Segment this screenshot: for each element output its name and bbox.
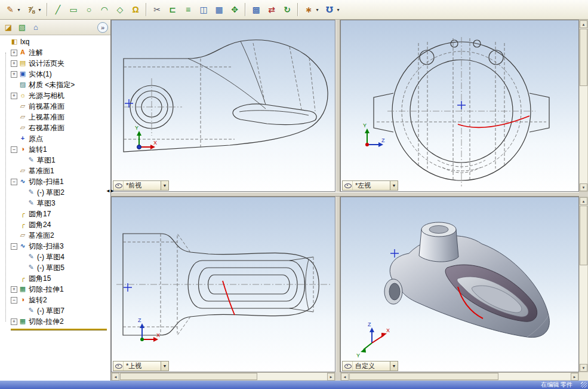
view-orientation-custom[interactable]: 自定义 ▼ — [342, 361, 398, 371]
viewport-front[interactable]: Y X *前视 ▼ — [111, 20, 335, 192]
chevron-down-icon[interactable]: ▼ — [161, 362, 168, 370]
viewport-custom[interactable]: X Z Y 自定义 ▼ — [340, 197, 579, 372]
grid-button[interactable]: ▩ — [248, 2, 264, 17]
tree-item-2[interactable]: +▤设计活页夹 — [0, 58, 110, 69]
sketch-button[interactable]: ✎▾ — [2, 2, 23, 17]
tree-item-15[interactable]: ✎草图3 — [0, 198, 110, 209]
scroll-right-icon[interactable]: ► — [571, 373, 578, 381]
rollback-bar[interactable] — [11, 329, 107, 330]
horizontal-scrollbar-left-column[interactable]: ◄ ► — [111, 372, 335, 381]
scrollbar-thumb[interactable] — [120, 373, 257, 380]
viewport-top[interactable]: Z X *上视 ▼ — [111, 197, 335, 372]
view-orientation-left[interactable]: *左视 ▼ — [342, 180, 398, 191]
view-orientation-front[interactable]: *前视 ▼ — [113, 180, 169, 191]
configuration-manager-tab-icon[interactable]: ⌂ — [30, 22, 42, 33]
tree-item-23[interactable]: +▦切除-拉伸1 — [0, 284, 110, 295]
scrollbar-thumb[interactable] — [580, 206, 587, 265]
tree-item-26[interactable]: +▦切除-拉伸2 — [0, 316, 110, 327]
chevron-down-icon[interactable]: ▾ — [16, 7, 21, 13]
linear-pattern-button[interactable]: ▦ — [211, 2, 227, 17]
horizontal-scrollbar-right-column[interactable]: ◄ ► — [340, 372, 579, 381]
chevron-down-icon[interactable]: ▾ — [37, 7, 42, 13]
expander-plus-icon[interactable]: + — [11, 286, 17, 293]
arc-button[interactable]: ◠ — [97, 2, 112, 17]
scroll-up-icon[interactable]: ▲ — [580, 197, 587, 205]
scroll-left-icon[interactable]: ◄ — [341, 373, 349, 381]
chevron-down-icon[interactable]: ▼ — [390, 362, 398, 370]
view-orientation-top[interactable]: *上视 ▼ — [113, 361, 169, 371]
rectangle-button[interactable]: ▭ — [66, 2, 81, 17]
tree-item-16[interactable]: ╭圆角17 — [0, 209, 110, 219]
highlighted-edge[interactable] — [223, 281, 235, 315]
scroll-down-icon[interactable]: ▼ — [580, 183, 587, 191]
spline-star-button[interactable]: ∗▾ — [301, 2, 322, 17]
pane-split-handle-icon[interactable]: ◄► — [106, 188, 114, 194]
move-button[interactable]: ✥ — [227, 2, 242, 17]
tree-item-9[interactable]: +原点 — [0, 133, 110, 144]
expander-minus-icon[interactable]: − — [11, 179, 17, 185]
chevron-down-icon[interactable]: ▾ — [335, 7, 341, 13]
mirror-button[interactable]: ◫ — [196, 2, 211, 17]
tree-item-4[interactable]: ▨材质 <未指定> — [0, 79, 110, 90]
tree-item-14[interactable]: ✎(-) 草图2 — [0, 187, 110, 198]
sketch-point-marker[interactable] — [457, 101, 466, 109]
chevron-down-icon[interactable]: ▾ — [315, 7, 320, 13]
update-button[interactable]: ↻ — [279, 2, 295, 17]
instant3d-button[interactable]: ⇄ — [264, 2, 279, 17]
scrollbar-thumb[interactable] — [349, 373, 498, 380]
bell-button[interactable]: Ω — [128, 2, 143, 17]
tree-item-0[interactable]: ◧lxq — [0, 36, 110, 47]
expander-plus-icon[interactable]: + — [11, 50, 17, 56]
tree-item-3[interactable]: +▣实体(1) — [0, 69, 110, 79]
expander-minus-icon[interactable]: − — [11, 243, 17, 250]
expander-plus-icon[interactable]: + — [11, 71, 17, 78]
horizontal-pane-splitter[interactable] — [111, 192, 579, 197]
vertical-scrollbar-top-row[interactable]: ▲ ▼ — [579, 20, 588, 192]
circle-button[interactable]: ○ — [81, 2, 97, 17]
scrollbar-thumb[interactable] — [580, 29, 587, 86]
trim-button[interactable]: ✂ — [149, 2, 165, 17]
chevron-down-icon[interactable]: ▼ — [390, 181, 398, 190]
chevron-down-icon[interactable]: ▼ — [161, 181, 168, 190]
sketch-point-marker[interactable] — [125, 99, 133, 108]
curve-button[interactable]: ℧▾ — [322, 2, 343, 17]
expander-minus-icon[interactable]: − — [11, 297, 17, 304]
tree-item-5[interactable]: +☼光源与相机 — [0, 90, 110, 101]
tree-item-8[interactable]: ▱右视基准面 — [0, 122, 110, 133]
vertical-scrollbar-bottom-row[interactable]: ▲ ▼ — [579, 197, 588, 372]
tree-item-21[interactable]: ✎(-) 草图5 — [0, 262, 110, 273]
polygon-button[interactable]: ◇ — [112, 2, 128, 17]
panel-collapse-button[interactable]: » — [97, 22, 108, 33]
sketch-point-marker[interactable] — [390, 249, 399, 258]
tree-item-18[interactable]: ▱基准面2 — [0, 230, 110, 241]
tree-item-10[interactable]: −◑旋转1 — [0, 144, 110, 155]
expander-minus-icon[interactable]: − — [11, 146, 17, 153]
expander-plus-icon[interactable]: + — [11, 93, 17, 99]
property-manager-tab-icon[interactable]: ▧ — [16, 22, 28, 33]
feature-manager-tab-icon[interactable]: ◪ — [2, 22, 14, 33]
expander-plus-icon[interactable]: + — [11, 318, 17, 325]
convert-entities-button[interactable]: ⊏ — [165, 2, 180, 17]
smart-dimension-button[interactable]: ⅞▾ — [23, 2, 44, 17]
viewport-left[interactable]: Y Z *左视 ▼ — [340, 20, 579, 192]
tree-item-13[interactable]: −∿切除-扫描1 — [0, 176, 110, 187]
tree-item-25[interactable]: ✎(-) 草图7 — [0, 305, 110, 316]
tree-item-24[interactable]: −◑旋转2 — [0, 295, 110, 305]
tree-item-6[interactable]: ▱前视基准面 — [0, 101, 110, 112]
tree-item-1[interactable]: +A注解 — [0, 47, 110, 58]
tree-item-22[interactable]: ╭圆角15 — [0, 273, 110, 284]
tree-item-19[interactable]: −∿切除-扫描3 — [0, 241, 110, 252]
scroll-down-icon[interactable]: ▼ — [580, 364, 587, 372]
scroll-up-icon[interactable]: ▲ — [580, 20, 587, 28]
tree-item-12[interactable]: ▱基准面1 — [0, 166, 110, 176]
expander-plus-icon[interactable]: + — [11, 60, 17, 67]
line-button[interactable]: ╱ — [50, 2, 66, 17]
offset-button[interactable]: ≡ — [180, 2, 196, 17]
scroll-left-icon[interactable]: ◄ — [112, 373, 119, 381]
tree-item-20[interactable]: ✎(-) 草图4 — [0, 252, 110, 262]
tree-item-17[interactable]: ╭圆角24 — [0, 219, 110, 230]
resize-grip[interactable] — [581, 382, 587, 388]
tree-item-11[interactable]: ✎草图1 — [0, 155, 110, 166]
scroll-right-icon[interactable]: ► — [327, 373, 335, 381]
tree-item-7[interactable]: ▱上视基准面 — [0, 112, 110, 122]
